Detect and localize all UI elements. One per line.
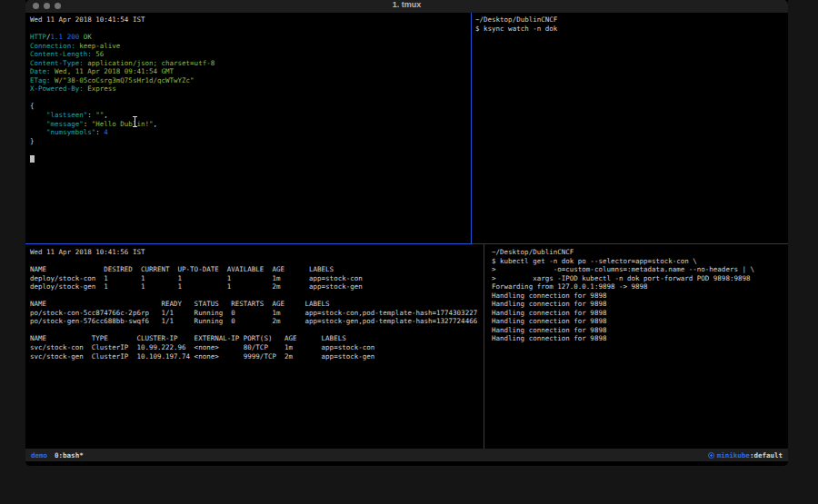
tmux-status-right: minikube :default — [708, 451, 783, 460]
terminal-line: ~/Desktop/DublinCNCF — [475, 15, 788, 25]
terminal-line: svc/stock-con ClusterIP 10.99.222.96 <no… — [30, 343, 487, 352]
terminal-line: } — [30, 137, 475, 146]
tmux-window-tab[interactable]: 0:bash* — [55, 451, 84, 460]
terminal-line: Handling connection for 9898 — [492, 292, 792, 301]
terminal-line: HTTP/1.1 200 OK — [30, 33, 475, 42]
terminal-line — [30, 154, 475, 163]
terminal-line: Date: Wed, 11 Apr 2018 09:41:54 GMT — [30, 67, 475, 76]
terminal-window: 1. tmux Wed 11 Apr 2018 10:41:54 ISTHTTP… — [25, 0, 788, 466]
window-title: 1. tmux — [25, 0, 788, 9]
terminal-line: Content-Type: application/json; charset=… — [30, 59, 475, 68]
terminal-line: po/stock-gen-576cc688bb-swqf6 1/1 Runnin… — [30, 317, 487, 326]
terminal-line: deploy/stock-gen 1 1 1 1 2m app=stock-ge… — [30, 282, 487, 292]
window-titlebar[interactable]: 1. tmux — [25, 0, 788, 13]
terminal-line — [30, 94, 475, 103]
terminal-line: > -o=custom-columns=:metadata.name --no-… — [492, 265, 792, 274]
terminal-line: "numsymbols": 4 — [30, 128, 475, 137]
kubernetes-helm-icon — [708, 452, 714, 459]
terminal-line: Handling connection for 9898 — [492, 300, 792, 309]
pane-http-response[interactable]: Wed 11 Apr 2018 10:41:54 ISTHTTP/1.1 200… — [25, 13, 475, 246]
terminal-line: Handling connection for 9898 — [492, 326, 792, 335]
terminal-line — [30, 257, 487, 266]
terminal-line: Handling connection for 9898 — [492, 309, 792, 318]
kube-namespace-label: :default — [750, 451, 783, 460]
terminal-line: deploy/stock-con 1 1 1 1 1m app=stock-co… — [30, 274, 487, 283]
terminal-line: $ ksync watch -n dok — [475, 25, 788, 34]
terminal-line: $ kubectl get -n dok po --selector=app=s… — [492, 257, 792, 266]
terminal-line: NAME READY STATUS RESTARTS AGE LABELS — [30, 300, 487, 309]
terminal-line: Handling connection for 9898 — [492, 334, 792, 343]
terminal-line: Wed 11 Apr 2018 10:41:56 IST — [30, 248, 487, 257]
terminal-line: { — [30, 102, 475, 111]
pane-port-forward[interactable]: ~/Desktop/DublinCNCF$ kubectl get -n dok… — [485, 244, 792, 452]
terminal-line: "lastseen": "", — [30, 111, 475, 120]
terminal-line: Content-Length: 56 — [30, 50, 475, 59]
terminal-line: Connection: keep-alive — [30, 42, 475, 51]
terminal-line: ETag: W/"38-05coCsrg3mQ75sHr1d/qcWTwYZc" — [30, 76, 475, 85]
terminal-line: NAME DESIRED CURRENT UP-TO-DATE AVAILABL… — [30, 265, 487, 274]
terminal-line: svc/stock-gen ClusterIP 10.109.197.74 <n… — [30, 352, 487, 361]
pane-ksync-watch[interactable]: ~/Desktop/DublinCNCF$ ksync watch -n dok — [472, 13, 788, 246]
traffic-lights — [33, 3, 61, 9]
pane-divider-vertical-bottom[interactable] — [484, 244, 484, 449]
pane-divider-vertical-top[interactable] — [471, 13, 472, 243]
terminal-line — [30, 25, 475, 34]
close-button[interactable] — [33, 3, 39, 9]
tmux-status-left: demo 0:bash* — [31, 451, 84, 460]
terminal-line: Wed 11 Apr 2018 10:41:54 IST — [30, 15, 475, 25]
terminal-line: ~/Desktop/DublinCNCF — [492, 248, 792, 257]
terminal-block-cursor — [30, 155, 35, 163]
terminal-line: Forwarding from 127.0.0.1:9898 -> 9898 — [492, 282, 792, 292]
terminal-line: Handling connection for 9898 — [492, 317, 792, 326]
pane-kubectl-get[interactable]: Wed 11 Apr 2018 10:41:56 ISTNAME DESIRED… — [25, 244, 487, 452]
terminal-line: NAME TYPE CLUSTER-IP EXTERNAL-IP PORT(S)… — [30, 334, 487, 343]
zoom-button[interactable] — [55, 3, 61, 9]
terminal-line: po/stock-con-5cc874766c-2p6rp 1/1 Runnin… — [30, 309, 487, 318]
terminal-line: > xargs -IPOD kubectl -n dok port-forwar… — [492, 274, 792, 283]
terminal-line — [30, 145, 475, 154]
minimize-button[interactable] — [44, 3, 50, 9]
desktop: 1. tmux Wed 11 Apr 2018 10:41:54 ISTHTTP… — [0, 0, 818, 504]
mouse-text-cursor — [132, 114, 138, 125]
terminal-line — [30, 326, 487, 335]
terminal-line — [30, 292, 487, 301]
tmux-status-bar: demo 0:bash* minikube :default — [25, 449, 788, 461]
kube-context-label: minikube — [717, 451, 750, 460]
terminal-line: "message": "Hello Dublin!", — [30, 120, 475, 129]
terminal-line: X-Powered-By: Express — [30, 84, 475, 94]
tmux-session-name: demo — [31, 451, 47, 460]
